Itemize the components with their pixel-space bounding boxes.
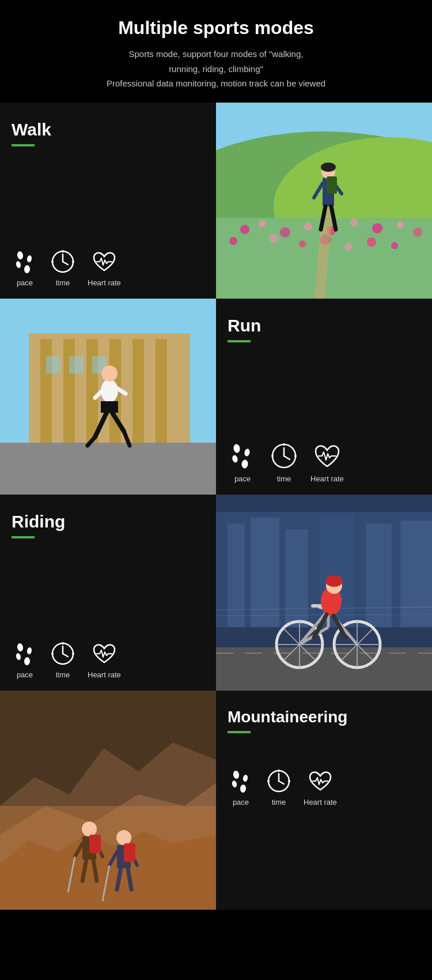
svg-point-21 [397,221,404,228]
svg-point-1 [26,255,32,262]
svg-point-23 [229,237,237,245]
footstep-icon [12,248,38,275]
walk-pace-item: pace [12,248,38,287]
run-image [0,299,216,495]
svg-point-69 [17,643,24,652]
svg-rect-46 [46,356,60,374]
svg-point-15 [259,220,266,227]
riding-green-bar [12,536,35,538]
run-pace-label: pace [234,474,251,483]
mtn-time-item: time [266,768,292,806]
svg-point-14 [240,225,249,234]
sports-grid: Walk pace [0,103,432,910]
clock-icon [50,248,76,275]
heartrate-icon [91,248,118,275]
riding-icons-row: pace time Heart ra [12,640,204,679]
svg-point-135 [233,770,240,779]
riding-info-cell: Riding pace [0,495,216,691]
svg-rect-82 [251,518,279,627]
svg-point-61 [232,454,238,463]
svg-rect-44 [132,339,144,443]
svg-point-78 [51,653,54,655]
mountaineering-image-cell [0,691,216,910]
svg-point-77 [72,653,74,655]
riding-heartrate-item: Heart rate [88,640,121,679]
svg-point-138 [240,784,246,793]
mtn-heartrate-label: Heart rate [304,798,337,806]
svg-rect-83 [285,529,308,627]
svg-point-27 [344,243,353,251]
svg-rect-45 [156,339,167,443]
mountaineering-icons-row: pace time Heart ra [228,768,420,806]
riding-time-label: time [56,670,70,679]
svg-point-142 [278,770,280,772]
svg-point-144 [267,780,270,782]
riding-heartrate-icon [91,640,118,667]
header-subtitle: Sports mode, support four modes of "walk… [23,47,409,91]
svg-rect-47 [69,356,84,374]
svg-point-62 [241,459,248,469]
svg-point-0 [17,251,24,260]
svg-point-22 [413,228,422,237]
svg-point-7 [62,250,64,252]
svg-point-71 [16,653,22,661]
svg-line-75 [63,654,68,657]
svg-point-67 [294,455,297,457]
walk-pace-label: pace [17,278,33,287]
run-footstep-icon [228,441,257,471]
svg-rect-41 [63,339,75,443]
svg-point-59 [233,443,240,453]
mtn-heartrate-item: Heart rate [304,768,337,806]
riding-image-cell [216,495,432,691]
walk-time-label: time [56,278,70,287]
svg-point-9 [51,261,54,263]
svg-point-32 [321,163,336,172]
page-title: Multiple sports modes [23,17,409,39]
walk-image-cell [216,103,432,299]
run-time-label: time [277,474,291,483]
run-image-cell [0,299,216,495]
run-heartrate-item: Heart rate [310,441,344,483]
svg-rect-52 [101,401,118,413]
walk-time-item: time [50,248,76,287]
svg-rect-89 [216,647,432,691]
svg-rect-49 [0,443,216,495]
svg-rect-125 [89,835,101,853]
svg-point-3 [24,265,30,273]
riding-footstep-icon [12,640,38,667]
svg-point-70 [26,647,32,654]
svg-point-28 [367,238,376,247]
riding-time-item: time [50,640,76,679]
riding-image [216,495,432,691]
svg-rect-86 [400,521,432,627]
svg-line-141 [279,781,284,784]
svg-line-6 [63,262,68,265]
svg-line-65 [284,456,290,459]
svg-point-20 [372,223,382,233]
svg-rect-42 [86,339,98,443]
svg-point-19 [350,218,358,227]
svg-rect-85 [366,523,392,627]
svg-point-60 [244,448,250,456]
svg-point-2 [16,261,22,269]
mountaineering-info-cell: Mountaineering pace [216,691,432,910]
run-pace-item: pace [228,441,257,483]
svg-point-29 [391,242,398,249]
mountaineering-green-bar [228,731,251,733]
svg-point-76 [62,642,64,644]
mtn-time-label: time [272,798,286,806]
walk-heartrate-item: Heart rate [88,248,121,287]
mtn-clock-icon [266,768,292,794]
svg-rect-37 [327,176,337,194]
svg-point-17 [304,223,312,231]
run-icons-row: pace time Heart ra [228,441,420,483]
run-title: Run [228,316,420,336]
mountaineering-title: Mountaineering [228,708,420,726]
run-green-bar [228,340,251,342]
run-time-item: time [269,441,299,483]
svg-point-25 [299,240,306,247]
mtn-pace-item: pace [228,768,254,806]
walk-title: Walk [12,120,204,140]
svg-point-8 [72,261,74,263]
walk-heartrate-label: Heart rate [88,278,121,287]
